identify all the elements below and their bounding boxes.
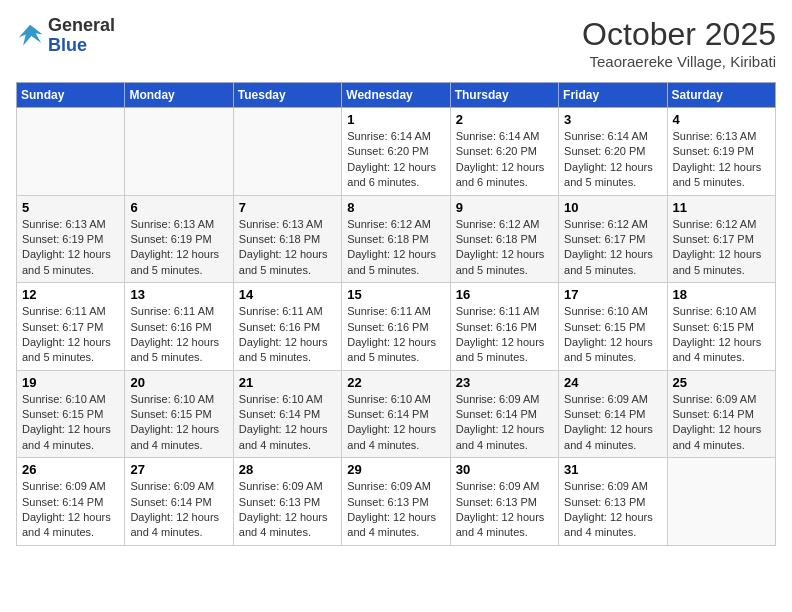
- calendar-cell: 14Sunrise: 6:11 AMSunset: 6:16 PMDayligh…: [233, 283, 341, 371]
- title-block: October 2025 Teaoraereke Village, Kiriba…: [582, 16, 776, 70]
- calendar-cell: 6Sunrise: 6:13 AMSunset: 6:19 PMDaylight…: [125, 195, 233, 283]
- logo: General Blue: [16, 16, 115, 56]
- calendar-cell: 12Sunrise: 6:11 AMSunset: 6:17 PMDayligh…: [17, 283, 125, 371]
- day-number: 29: [347, 462, 444, 477]
- day-number: 13: [130, 287, 227, 302]
- svg-marker-0: [19, 25, 43, 46]
- day-info: Sunrise: 6:11 AMSunset: 6:17 PMDaylight:…: [22, 304, 119, 366]
- day-number: 20: [130, 375, 227, 390]
- weekday-header-monday: Monday: [125, 83, 233, 108]
- weekday-header-wednesday: Wednesday: [342, 83, 450, 108]
- day-info: Sunrise: 6:10 AMSunset: 6:14 PMDaylight:…: [347, 392, 444, 454]
- calendar-cell: 9Sunrise: 6:12 AMSunset: 6:18 PMDaylight…: [450, 195, 558, 283]
- week-row-2: 5Sunrise: 6:13 AMSunset: 6:19 PMDaylight…: [17, 195, 776, 283]
- calendar-cell: 13Sunrise: 6:11 AMSunset: 6:16 PMDayligh…: [125, 283, 233, 371]
- day-number: 6: [130, 200, 227, 215]
- day-number: 25: [673, 375, 770, 390]
- day-info: Sunrise: 6:09 AMSunset: 6:14 PMDaylight:…: [130, 479, 227, 541]
- day-info: Sunrise: 6:10 AMSunset: 6:15 PMDaylight:…: [673, 304, 770, 366]
- calendar-cell: 27Sunrise: 6:09 AMSunset: 6:14 PMDayligh…: [125, 458, 233, 546]
- calendar-cell: 8Sunrise: 6:12 AMSunset: 6:18 PMDaylight…: [342, 195, 450, 283]
- day-number: 22: [347, 375, 444, 390]
- calendar-cell: 15Sunrise: 6:11 AMSunset: 6:16 PMDayligh…: [342, 283, 450, 371]
- logo-icon: [16, 22, 44, 50]
- calendar-cell: 3Sunrise: 6:14 AMSunset: 6:20 PMDaylight…: [559, 108, 667, 196]
- calendar-cell: [233, 108, 341, 196]
- day-info: Sunrise: 6:11 AMSunset: 6:16 PMDaylight:…: [239, 304, 336, 366]
- weekday-header-row: SundayMondayTuesdayWednesdayThursdayFrid…: [17, 83, 776, 108]
- calendar-cell: 23Sunrise: 6:09 AMSunset: 6:14 PMDayligh…: [450, 370, 558, 458]
- day-info: Sunrise: 6:10 AMSunset: 6:15 PMDaylight:…: [130, 392, 227, 454]
- month-title: October 2025: [582, 16, 776, 53]
- day-info: Sunrise: 6:11 AMSunset: 6:16 PMDaylight:…: [456, 304, 553, 366]
- day-number: 8: [347, 200, 444, 215]
- calendar-cell: 10Sunrise: 6:12 AMSunset: 6:17 PMDayligh…: [559, 195, 667, 283]
- week-row-1: 1Sunrise: 6:14 AMSunset: 6:20 PMDaylight…: [17, 108, 776, 196]
- day-info: Sunrise: 6:12 AMSunset: 6:17 PMDaylight:…: [673, 217, 770, 279]
- day-number: 18: [673, 287, 770, 302]
- calendar-cell: 11Sunrise: 6:12 AMSunset: 6:17 PMDayligh…: [667, 195, 775, 283]
- day-number: 30: [456, 462, 553, 477]
- day-info: Sunrise: 6:09 AMSunset: 6:13 PMDaylight:…: [456, 479, 553, 541]
- day-info: Sunrise: 6:09 AMSunset: 6:14 PMDaylight:…: [564, 392, 661, 454]
- calendar-cell: 5Sunrise: 6:13 AMSunset: 6:19 PMDaylight…: [17, 195, 125, 283]
- day-number: 7: [239, 200, 336, 215]
- day-info: Sunrise: 6:09 AMSunset: 6:13 PMDaylight:…: [564, 479, 661, 541]
- day-info: Sunrise: 6:10 AMSunset: 6:14 PMDaylight:…: [239, 392, 336, 454]
- day-number: 10: [564, 200, 661, 215]
- page-header: General Blue October 2025 Teaoraereke Vi…: [16, 16, 776, 70]
- day-number: 12: [22, 287, 119, 302]
- logo-general-text: General: [48, 16, 115, 36]
- day-number: 24: [564, 375, 661, 390]
- calendar-cell: 31Sunrise: 6:09 AMSunset: 6:13 PMDayligh…: [559, 458, 667, 546]
- calendar-cell: 7Sunrise: 6:13 AMSunset: 6:18 PMDaylight…: [233, 195, 341, 283]
- day-info: Sunrise: 6:12 AMSunset: 6:18 PMDaylight:…: [456, 217, 553, 279]
- calendar-cell: 24Sunrise: 6:09 AMSunset: 6:14 PMDayligh…: [559, 370, 667, 458]
- calendar-cell: [125, 108, 233, 196]
- day-number: 17: [564, 287, 661, 302]
- day-number: 27: [130, 462, 227, 477]
- day-info: Sunrise: 6:12 AMSunset: 6:18 PMDaylight:…: [347, 217, 444, 279]
- calendar-cell: 25Sunrise: 6:09 AMSunset: 6:14 PMDayligh…: [667, 370, 775, 458]
- day-number: 2: [456, 112, 553, 127]
- calendar-cell: 16Sunrise: 6:11 AMSunset: 6:16 PMDayligh…: [450, 283, 558, 371]
- weekday-header-friday: Friday: [559, 83, 667, 108]
- calendar-cell: 2Sunrise: 6:14 AMSunset: 6:20 PMDaylight…: [450, 108, 558, 196]
- day-number: 3: [564, 112, 661, 127]
- day-info: Sunrise: 6:10 AMSunset: 6:15 PMDaylight:…: [22, 392, 119, 454]
- day-number: 4: [673, 112, 770, 127]
- calendar-cell: 26Sunrise: 6:09 AMSunset: 6:14 PMDayligh…: [17, 458, 125, 546]
- day-info: Sunrise: 6:09 AMSunset: 6:13 PMDaylight:…: [239, 479, 336, 541]
- day-info: Sunrise: 6:09 AMSunset: 6:14 PMDaylight:…: [22, 479, 119, 541]
- calendar-cell: 30Sunrise: 6:09 AMSunset: 6:13 PMDayligh…: [450, 458, 558, 546]
- week-row-4: 19Sunrise: 6:10 AMSunset: 6:15 PMDayligh…: [17, 370, 776, 458]
- calendar-cell: 1Sunrise: 6:14 AMSunset: 6:20 PMDaylight…: [342, 108, 450, 196]
- calendar-cell: 17Sunrise: 6:10 AMSunset: 6:15 PMDayligh…: [559, 283, 667, 371]
- day-info: Sunrise: 6:13 AMSunset: 6:19 PMDaylight:…: [22, 217, 119, 279]
- day-info: Sunrise: 6:13 AMSunset: 6:19 PMDaylight:…: [130, 217, 227, 279]
- day-number: 28: [239, 462, 336, 477]
- day-info: Sunrise: 6:10 AMSunset: 6:15 PMDaylight:…: [564, 304, 661, 366]
- day-info: Sunrise: 6:11 AMSunset: 6:16 PMDaylight:…: [130, 304, 227, 366]
- day-info: Sunrise: 6:09 AMSunset: 6:13 PMDaylight:…: [347, 479, 444, 541]
- logo-blue-text: Blue: [48, 36, 115, 56]
- day-number: 1: [347, 112, 444, 127]
- day-number: 19: [22, 375, 119, 390]
- day-number: 23: [456, 375, 553, 390]
- calendar-table: SundayMondayTuesdayWednesdayThursdayFrid…: [16, 82, 776, 546]
- calendar-cell: [667, 458, 775, 546]
- calendar-cell: 21Sunrise: 6:10 AMSunset: 6:14 PMDayligh…: [233, 370, 341, 458]
- weekday-header-tuesday: Tuesday: [233, 83, 341, 108]
- day-info: Sunrise: 6:11 AMSunset: 6:16 PMDaylight:…: [347, 304, 444, 366]
- location-subtitle: Teaoraereke Village, Kiribati: [582, 53, 776, 70]
- calendar-cell: 22Sunrise: 6:10 AMSunset: 6:14 PMDayligh…: [342, 370, 450, 458]
- weekday-header-saturday: Saturday: [667, 83, 775, 108]
- calendar-cell: 4Sunrise: 6:13 AMSunset: 6:19 PMDaylight…: [667, 108, 775, 196]
- day-number: 16: [456, 287, 553, 302]
- calendar-cell: 18Sunrise: 6:10 AMSunset: 6:15 PMDayligh…: [667, 283, 775, 371]
- day-info: Sunrise: 6:09 AMSunset: 6:14 PMDaylight:…: [673, 392, 770, 454]
- week-row-3: 12Sunrise: 6:11 AMSunset: 6:17 PMDayligh…: [17, 283, 776, 371]
- day-number: 21: [239, 375, 336, 390]
- calendar-cell: 19Sunrise: 6:10 AMSunset: 6:15 PMDayligh…: [17, 370, 125, 458]
- day-number: 15: [347, 287, 444, 302]
